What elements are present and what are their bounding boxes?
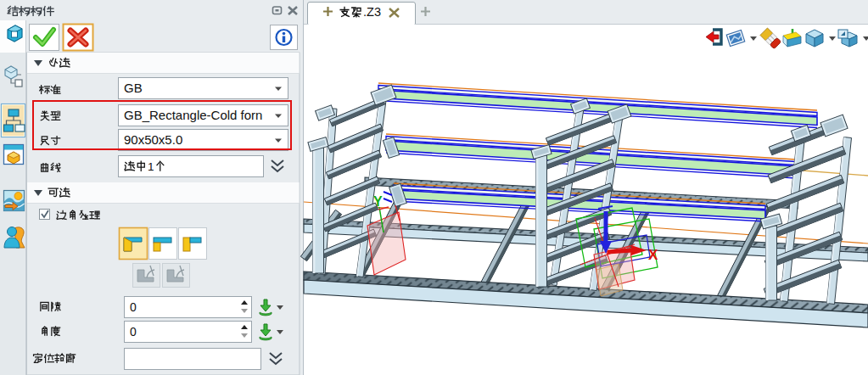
svg-text:90x50x5.0: 90x50x5.0 [124,132,182,147]
svg-text:X: X [648,247,658,263]
svg-text:.Z3: .Z3 [363,5,381,19]
svg-text:Y: Y [373,194,383,209]
svg-text:GB_Rectangle-Cold forn: GB_Rectangle-Cold forn [124,108,262,122]
svg-text:0: 0 [130,300,137,314]
svg-text:GB: GB [124,81,143,95]
svg-text:0: 0 [130,325,137,339]
svg-text:1: 1 [148,160,154,173]
